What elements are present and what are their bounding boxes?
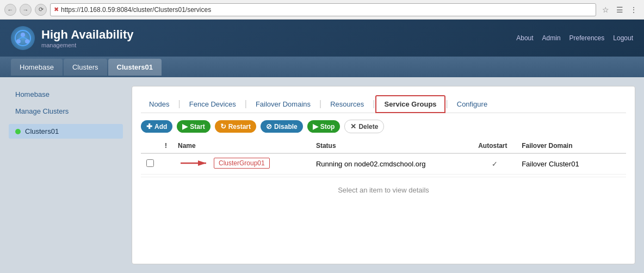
svg-line-4 bbox=[18, 37, 23, 39]
bookmark-icon[interactable]: ☰ bbox=[614, 4, 626, 16]
select-hint: Select an item to view details bbox=[141, 177, 626, 203]
logo-icon bbox=[11, 26, 35, 50]
app-subtitle: management bbox=[41, 42, 134, 48]
sidebar-cluster-clusters01[interactable]: Clusters01 bbox=[9, 124, 123, 139]
col-header-bang: ! bbox=[159, 139, 172, 153]
disable-button[interactable]: ⊘ Disable bbox=[261, 120, 303, 133]
stop-label: Stop bbox=[320, 123, 335, 131]
tab-sep-2: | bbox=[245, 99, 247, 109]
col-header-failover: Failover Domain bbox=[516, 139, 626, 153]
row-checkbox[interactable] bbox=[146, 159, 154, 167]
stop-button[interactable]: ▶ Stop bbox=[307, 120, 340, 133]
disable-icon: ⊘ bbox=[266, 122, 272, 131]
stop-icon: ▶ bbox=[313, 122, 318, 131]
tab-nodes[interactable]: Nodes bbox=[141, 96, 178, 113]
app-title: High Availability bbox=[41, 28, 134, 42]
main-layout: Homebase Manage Clusters Clusters01 Node… bbox=[0, 77, 644, 273]
row-failover-domain: Failover Cluster01 bbox=[516, 153, 626, 175]
cluster-status-dot bbox=[15, 129, 21, 134]
cluster-name: Clusters01 bbox=[25, 127, 59, 135]
sidebar-manage-clusters[interactable]: Manage Clusters bbox=[9, 103, 123, 120]
tab-sep-4: | bbox=[373, 99, 375, 109]
svg-point-1 bbox=[21, 33, 25, 37]
svg-point-3 bbox=[25, 39, 29, 44]
tabs-bar: Nodes | Fence Devices | Failover Domains… bbox=[141, 95, 626, 113]
delete-button[interactable]: ✕ Delete bbox=[344, 120, 384, 133]
col-header-status: Status bbox=[311, 139, 473, 153]
breadcrumb-bar: Homebase Clusters Clusters01 bbox=[0, 57, 644, 77]
app-header: High Availability management About Admin… bbox=[0, 20, 644, 57]
security-icon: ✖ bbox=[54, 6, 59, 13]
nav-logout[interactable]: Logout bbox=[613, 34, 633, 42]
sidebar: Homebase Manage Clusters Clusters01 bbox=[9, 86, 123, 264]
red-arrow-icon bbox=[178, 158, 210, 169]
toolbar: ✚ Add ▶ Start ↻ Restart ⊘ Disable ▶ Stop… bbox=[141, 120, 626, 133]
tab-service-groups[interactable]: Service Groups bbox=[375, 95, 445, 113]
row-autostart: ✓ bbox=[473, 153, 516, 175]
tab-fence-devices[interactable]: Fence Devices bbox=[181, 96, 244, 113]
nav-about[interactable]: About bbox=[516, 34, 533, 42]
refresh-button[interactable]: ⟳ bbox=[35, 4, 47, 16]
service-groups-table: ! Name Status Autostart Failover Domain bbox=[141, 139, 626, 175]
disable-label: Disable bbox=[274, 123, 298, 131]
nav-admin[interactable]: Admin bbox=[542, 34, 561, 42]
add-button[interactable]: ✚ Add bbox=[141, 120, 172, 133]
col-header-check bbox=[141, 139, 159, 153]
start-label: Start bbox=[190, 123, 205, 131]
col-header-autostart: Autostart bbox=[473, 139, 516, 153]
autostart-checkmark: ✓ bbox=[492, 160, 498, 168]
app-nav-links: About Admin Preferences Logout bbox=[516, 34, 633, 42]
tab-resources[interactable]: Resources bbox=[322, 96, 372, 113]
bookmark-star-icon[interactable]: ☆ bbox=[599, 4, 611, 16]
tab-configure[interactable]: Configure bbox=[449, 96, 496, 113]
breadcrumb-homebase[interactable]: Homebase bbox=[11, 59, 63, 76]
restart-icon: ↻ bbox=[220, 122, 226, 131]
url-text: https://10.168.0.59:8084/cluster/Cluster… bbox=[61, 6, 211, 14]
delete-icon: ✕ bbox=[350, 122, 356, 131]
svg-line-5 bbox=[23, 37, 27, 39]
sidebar-homebase[interactable]: Homebase bbox=[9, 86, 123, 103]
forward-button[interactable]: → bbox=[20, 4, 32, 16]
col-header-name: Name bbox=[172, 139, 311, 153]
tab-failover-domains[interactable]: Failover Domains bbox=[247, 96, 319, 113]
row-name-cell: ClusterGroup01 bbox=[172, 153, 311, 175]
start-icon: ▶ bbox=[182, 122, 188, 131]
restart-button[interactable]: ↻ Restart bbox=[215, 120, 256, 133]
logo-text: High Availability management bbox=[41, 28, 134, 48]
back-button[interactable]: ← bbox=[4, 4, 16, 16]
menu-icon[interactable]: ⋮ bbox=[628, 4, 640, 16]
row-status: Running on node02.cmdschool.org bbox=[311, 153, 473, 175]
delete-label: Delete bbox=[358, 123, 378, 131]
table-row: ClusterGroup01 Running on node02.cmdscho… bbox=[141, 153, 626, 175]
svg-point-2 bbox=[16, 39, 21, 44]
row-bang bbox=[159, 153, 172, 175]
add-label: Add bbox=[154, 123, 167, 131]
content-panel: Nodes | Fence Devices | Failover Domains… bbox=[132, 86, 635, 264]
breadcrumb-clusters[interactable]: Clusters bbox=[64, 59, 107, 76]
app-logo: High Availability management bbox=[11, 26, 134, 50]
nav-preferences[interactable]: Preferences bbox=[569, 34, 605, 42]
restart-label: Restart bbox=[228, 123, 251, 131]
start-button[interactable]: ▶ Start bbox=[177, 120, 210, 133]
cluster-group-name[interactable]: ClusterGroup01 bbox=[214, 158, 270, 169]
breadcrumb-clusters01[interactable]: Clusters01 bbox=[108, 59, 162, 76]
tab-sep-3: | bbox=[319, 99, 321, 109]
url-bar[interactable]: ✖ https://10.168.0.59:8084/cluster/Clust… bbox=[50, 3, 596, 16]
browser-chrome: ← → ⟳ ✖ https://10.168.0.59:8084/cluster… bbox=[0, 0, 644, 20]
tab-sep-1: | bbox=[178, 99, 181, 109]
add-icon: ✚ bbox=[146, 122, 152, 131]
tab-sep-5: | bbox=[446, 99, 448, 109]
